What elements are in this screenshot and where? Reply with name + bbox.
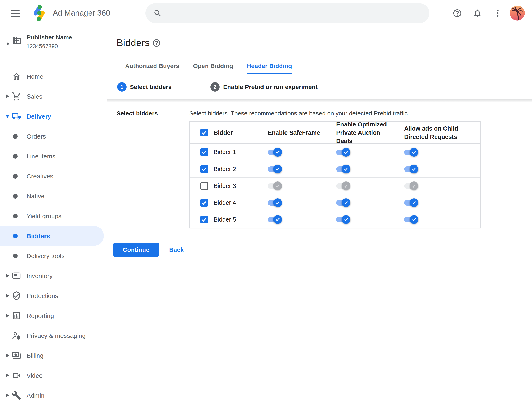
divider	[0, 63, 106, 64]
sidebar-item-sales[interactable]: Sales	[0, 86, 106, 106]
column-header-bidder: Bidder	[214, 129, 233, 137]
stepper: 1 Select bidders 2 Enable Prebid or run …	[107, 74, 532, 99]
section-label: Select bidders	[117, 110, 158, 117]
shield-check-icon	[12, 291, 21, 300]
step-1-circle: 1	[117, 82, 127, 92]
bidder-name: Bidder 1	[214, 149, 236, 156]
help-icon[interactable]	[453, 8, 462, 18]
sidebar-item-delivery-tools[interactable]: Delivery tools	[0, 246, 106, 266]
safeframe-toggle[interactable]	[268, 148, 282, 157]
sidebar-item-bidders[interactable]: Bidders	[0, 226, 104, 246]
sidebar-item-protections[interactable]: Protections	[0, 286, 106, 306]
optimized-deals-toggle[interactable]	[336, 198, 350, 207]
sidebar: Publisher Name 1234567890 Home Sales Del…	[0, 27, 106, 407]
sidebar-item-video[interactable]: Video	[0, 366, 106, 385]
bullet-icon	[13, 214, 18, 219]
bidder-name: Bidder 3	[214, 182, 236, 189]
select-all-checkbox[interactable]	[200, 129, 208, 136]
wrench-icon	[12, 391, 21, 400]
sidebar-item-reporting[interactable]: Reporting	[0, 306, 106, 326]
bidders-table: Bidder Enable SafeFrame Enable Optimized…	[189, 121, 481, 228]
search-icon	[153, 9, 162, 18]
page-title: Bidders	[117, 37, 150, 48]
child-directed-toggle[interactable]	[404, 164, 418, 174]
sidebar-item-privacy-messaging[interactable]: Privacy & messaging	[0, 326, 106, 345]
sidebar-item-line-items[interactable]: Line items	[0, 146, 106, 166]
bidder-checkbox[interactable]	[200, 148, 208, 156]
sidebar-item-creatives[interactable]: Creatives	[0, 166, 106, 186]
tab-bar: Authorized Buyers Open Bidding Header Bi…	[118, 58, 299, 74]
safeframe-toggle[interactable]	[268, 181, 282, 190]
safeframe-toggle[interactable]	[268, 164, 282, 174]
menu-icon[interactable]	[11, 9, 20, 17]
bidder-checkbox[interactable]	[200, 199, 208, 207]
bidder-checkbox[interactable]	[200, 165, 208, 173]
publisher-id: 1234567890	[27, 43, 58, 50]
optimized-deals-toggle[interactable]	[336, 148, 350, 157]
chevron-right-icon	[7, 42, 9, 46]
publisher-name: Publisher Name	[27, 34, 72, 41]
bidder-row: Bidder 1	[190, 144, 480, 161]
bullet-icon	[13, 194, 18, 198]
optimized-deals-toggle[interactable]	[336, 181, 350, 190]
chevron-right-icon	[6, 314, 9, 318]
building-icon	[12, 35, 22, 45]
videocam-icon	[12, 371, 21, 380]
chevron-right-icon	[6, 354, 9, 357]
bullet-icon	[13, 254, 18, 258]
section-description: Select bidders. These recommendations ar…	[189, 110, 409, 117]
safeframe-toggle[interactable]	[268, 198, 282, 207]
chevron-right-icon	[6, 94, 9, 98]
tab-authorized-buyers[interactable]: Authorized Buyers	[118, 58, 186, 74]
sidebar-item-billing[interactable]: Billing	[0, 345, 106, 366]
optimized-deals-toggle[interactable]	[336, 215, 350, 224]
inventory-icon	[12, 271, 21, 281]
safeframe-toggle[interactable]	[268, 215, 282, 224]
sidebar-item-inventory[interactable]: Inventory	[0, 266, 106, 286]
page-help-icon[interactable]	[152, 39, 161, 47]
publisher-switcher[interactable]: Publisher Name 1234567890	[0, 27, 106, 63]
money-icon	[12, 351, 21, 360]
step-2-label: Enable Prebid or run experiment	[223, 84, 318, 91]
tab-open-bidding[interactable]: Open Bidding	[186, 58, 240, 74]
child-directed-toggle[interactable]	[404, 215, 418, 224]
bidder-checkbox[interactable]	[200, 216, 208, 223]
avatar[interactable]	[510, 6, 525, 21]
continue-button[interactable]: Continue	[113, 243, 159, 257]
column-header-child-directed: Allow ads on Child-Directed Requests	[404, 124, 462, 141]
search-input[interactable]	[167, 10, 429, 17]
step-connector	[176, 86, 207, 87]
chevron-down-icon	[6, 115, 9, 118]
bullet-icon	[13, 154, 18, 159]
top-app-bar: Ad Manager 360	[0, 0, 532, 26]
kebab-menu-icon[interactable]	[493, 8, 497, 18]
chevron-right-icon	[6, 274, 9, 278]
optimized-deals-toggle[interactable]	[336, 164, 350, 174]
tab-header-bidding[interactable]: Header Bidding	[240, 58, 299, 74]
chevron-right-icon	[6, 294, 9, 297]
sidebar-item-native[interactable]: Native	[0, 186, 106, 206]
notifications-icon[interactable]	[473, 8, 482, 18]
ad-manager-window: Ad Manager 360	[0, 0, 532, 407]
sidebar-item-yield-groups[interactable]: Yield groups	[0, 206, 106, 226]
bidder-checkbox[interactable]	[200, 182, 208, 190]
back-link[interactable]: Back	[169, 243, 184, 257]
cart-icon	[12, 92, 21, 101]
truck-icon	[12, 111, 21, 121]
sidebar-nav: Home Sales Delivery Orders Line items	[0, 66, 106, 405]
child-directed-toggle[interactable]	[404, 198, 418, 207]
bar-chart-icon	[12, 311, 21, 321]
bidder-name: Bidder 4	[214, 199, 236, 206]
table-header-row: Bidder Enable SafeFrame Enable Optimized…	[190, 122, 480, 144]
bidder-row: Bidder 2	[190, 161, 480, 177]
bullet-icon	[13, 134, 18, 139]
sidebar-item-delivery[interactable]: Delivery	[0, 106, 106, 126]
bidder-row: Bidder 4	[190, 194, 480, 211]
step-2-circle: 2	[210, 82, 220, 92]
sidebar-item-admin[interactable]: Admin	[0, 385, 106, 405]
search-bar[interactable]	[145, 3, 429, 23]
sidebar-item-home[interactable]: Home	[0, 66, 106, 86]
child-directed-toggle[interactable]	[404, 181, 418, 190]
sidebar-item-orders[interactable]: Orders	[0, 126, 106, 146]
child-directed-toggle[interactable]	[404, 148, 418, 157]
